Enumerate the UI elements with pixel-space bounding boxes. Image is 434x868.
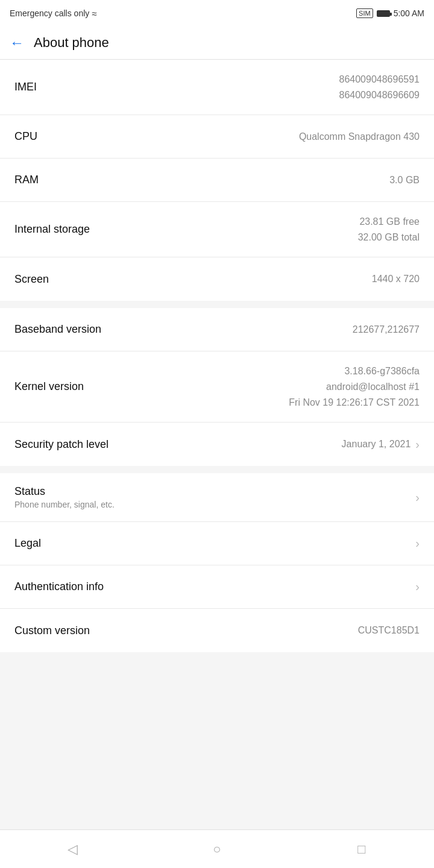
sim-icon: SIM [356, 8, 373, 18]
status-chevron-icon: › [415, 491, 420, 505]
imei-value: 864009048696591864009048696609 [339, 72, 420, 102]
internal-storage-value: 23.81 GB free32.00 GB total [358, 214, 420, 245]
nav-bar: ◁ ○ □ [0, 829, 434, 868]
status-left: Emergency calls only ≈ [10, 8, 97, 19]
cpu-row: CPU Qualcomm Snapdragon 430 [0, 115, 434, 159]
status-bar: Emergency calls only ≈ SIM 5:00 AM [0, 0, 434, 27]
hardware-info-section: IMEI 864009048696591864009048696609 CPU … [0, 60, 434, 301]
wifi-icon: ≈ [92, 8, 96, 19]
authentication-info-chevron-icon: › [415, 580, 420, 594]
cpu-label: CPU [14, 130, 37, 143]
baseband-version-value: 212677,212677 [353, 322, 420, 337]
nav-back-icon: ◁ [68, 841, 78, 857]
nav-home-icon: ○ [213, 841, 221, 857]
nav-recent-button[interactable]: □ [344, 831, 380, 867]
baseband-version-row: Baseband version 212677,212677 [0, 308, 434, 351]
emergency-text: Emergency calls only [10, 8, 89, 18]
authentication-info-label: Authentication info [14, 580, 104, 593]
page-title: About phone [34, 35, 109, 51]
kernel-version-row: Kernel version 3.18.66-g7386cfaandroid@l… [0, 351, 434, 423]
content: IMEI 864009048696591864009048696609 CPU … [0, 60, 434, 698]
legal-chevron-icon: › [415, 536, 420, 550]
nav-recent-icon: □ [357, 841, 365, 857]
custom-version-row: Custom version CUSTC185D1 [0, 609, 434, 652]
screen-value: 868 x 434 [372, 272, 420, 286]
back-button[interactable]: ← [10, 36, 24, 50]
ram-value: 3.0 GB [389, 173, 420, 187]
internal-storage-row: Internal storage 23.81 GB free32.00 GB t… [0, 202, 434, 257]
screen-label: Screen [14, 273, 49, 286]
status-row[interactable]: Status Phone number, signal, etc. › [0, 473, 434, 522]
security-patch-level-value: January 1, 2021 [342, 437, 411, 451]
custom-version-value: CUSTC185D1 [358, 623, 420, 638]
security-patch-level-right: January 1, 2021 › [332, 437, 420, 451]
security-patch-level-label: Security patch level [14, 438, 108, 451]
legal-row[interactable]: Legal › [0, 522, 434, 565]
back-arrow-icon: ← [10, 34, 24, 51]
links-section: Status Phone number, signal, etc. › Lega… [0, 473, 434, 652]
legal-label: Legal [14, 537, 41, 550]
security-patch-level-chevron-icon: › [415, 438, 420, 451]
header: ← About phone [0, 27, 434, 60]
ram-row: RAM 3.0 GB [0, 159, 434, 202]
status-sub-label: Phone number, signal, etc. [14, 500, 115, 509]
screen-row: Screen 868 x 434 [0, 257, 434, 301]
authentication-info-row[interactable]: Authentication info › [0, 565, 434, 609]
imei-row: IMEI 864009048696591864009048696609 [0, 60, 434, 115]
imei-label: IMEI [14, 81, 37, 93]
custom-version-label: Custom version [14, 624, 90, 637]
battery-icon [377, 10, 390, 17]
cpu-value: Qualcomm Snapdragon 430 [299, 130, 420, 144]
status-label-wrap: Status Phone number, signal, etc. [14, 485, 115, 509]
time: 5:00 AM [394, 8, 424, 18]
status-label: Status [14, 485, 115, 498]
kernel-version-value: 3.18.66-g7386cfaandroid@localhost #1Fri … [289, 363, 420, 410]
baseband-version-label: Baseband version [14, 323, 101, 336]
kernel-version-label: Kernel version [14, 380, 84, 393]
ram-label: RAM [14, 174, 39, 186]
nav-back-button[interactable]: ◁ [54, 831, 90, 867]
nav-home-button[interactable]: ○ [199, 831, 235, 867]
software-info-section: Baseband version 212677,212677 Kernel ve… [0, 308, 434, 466]
security-patch-level-row[interactable]: Security patch level January 1, 2021 › [0, 423, 434, 466]
internal-storage-label: Internal storage [14, 223, 90, 236]
status-right: SIM 5:00 AM [356, 8, 424, 18]
